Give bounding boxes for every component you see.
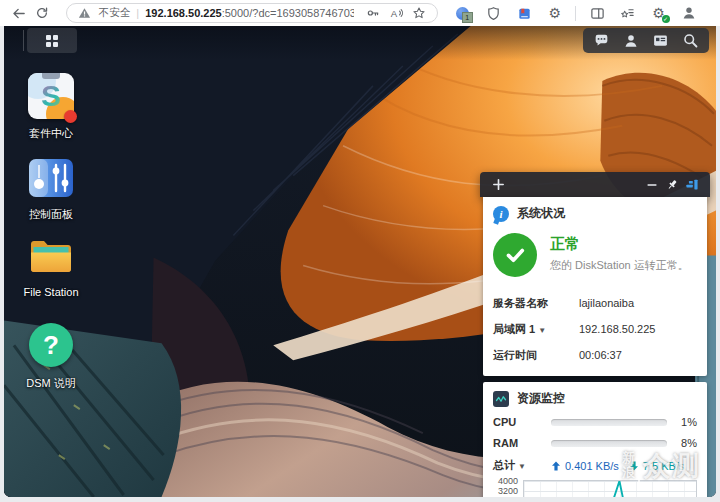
dsm-desktop: S 套件中心 [4,26,716,497]
upload-value: 0.401 KB/s [565,460,619,472]
icon-label: DSM 说明 [12,376,90,391]
ram-progress-bar [551,440,667,447]
control-panel-icon [27,154,75,202]
desktop-icon-dsm-help[interactable]: ? DSM 说明 [12,321,90,391]
resource-monitor-title: 资源监控 [517,390,565,407]
profile-avatar[interactable] [679,3,699,23]
cpu-row: CPU 1% [493,416,697,428]
icon-label: 套件中心 [12,126,90,141]
resource-monitor-icon [493,391,509,407]
add-widget-button[interactable] [488,175,508,195]
file-station-icon [27,233,75,281]
not-secure-icon [76,5,94,21]
upload-arrow-icon [551,461,561,471]
toolbar-separator [575,6,576,21]
system-health-widget: i 系统状况 正常 您的 DiskStation 运转正常。 服务器名称 [483,197,707,376]
url-text: 192.168.50.225:5000/?dc=1693058746703 [145,7,354,19]
icon-label: File Station [12,286,90,298]
chevron-down-icon: ▼ [538,326,546,335]
taskbar-divider [23,30,24,51]
browser-toolbar: 不安全 | 192.168.50.225:5000/?dc=1693058746… [0,0,720,26]
chart-y-axis: 40003200240016008000 [493,480,523,497]
dock-graphs-button[interactable] [682,175,702,195]
address-separator: | [136,7,139,19]
notification-badge [64,110,77,123]
browser-viewport-frame: S 套件中心 [0,26,720,502]
screen: 不安全 | 192.168.50.225:5000/?dc=1693058746… [0,0,720,502]
sina-zhongce-watermark: 新浪 众测 [622,448,701,484]
cpu-percent: 1% [667,416,697,428]
desktop-icon-control-panel[interactable]: 控制面板 [12,154,90,222]
widget-panel-header [480,172,710,197]
extension-shield-icon[interactable] [483,3,503,23]
widgets-icon[interactable] [650,31,672,51]
split-screen-icon[interactable] [587,3,607,23]
url-host: 192.168.50.225 [145,7,221,19]
system-health-title: 系统状况 [517,205,565,222]
search-icon[interactable] [679,31,701,51]
status-ok-icon [493,233,537,277]
security-label[interactable]: 不安全 [99,6,131,20]
minimize-widgets-button[interactable] [642,175,662,195]
status-text: 正常 [550,235,689,254]
password-key-icon[interactable] [364,5,382,21]
lan-dropdown[interactable]: 局域网 1▼ [493,322,579,337]
uptime-row: 运行时间 00:06:37 [493,342,697,368]
desktop-icon-file-station[interactable]: File Station [12,233,90,298]
extension-book-icon[interactable] [514,3,534,23]
back-button[interactable] [6,2,30,24]
chevron-down-icon: ▼ [518,462,526,471]
address-bar[interactable]: 不安全 | 192.168.50.225:5000/?dc=1693058746… [66,3,438,23]
desktop-icon-package-center[interactable]: S 套件中心 [12,72,90,141]
taskbar-tray [583,28,709,53]
status-description: 您的 DiskStation 运转正常。 [550,258,689,273]
refresh-button[interactable] [30,2,54,24]
icon-label: 控制面板 [12,207,90,222]
extension-gear-icon[interactable]: ⚙ [545,3,565,23]
pin-widgets-button[interactable] [662,175,682,195]
read-aloud-icon[interactable]: A [387,5,405,21]
dsm-help-icon: ? [29,323,73,367]
main-menu-button[interactable] [27,28,77,53]
notifications-icon[interactable] [591,31,613,51]
sync-ok-badge: ✓ [662,15,670,23]
svg-text:A: A [390,8,397,19]
favorites-bar-icon[interactable] [618,3,638,23]
extensions-row: 1 ⚙ ⚙✓ [438,3,714,23]
server-name-row: 服务器名称 lajilaonaiba [493,290,697,316]
lan-row: 局域网 1▼ 192.168.50.225 [493,316,697,342]
extension-badge: 1 [462,12,473,23]
url-path: :5000/?dc=1693058746703 [222,7,355,19]
cpu-progress-bar [551,419,667,426]
user-options-icon[interactable] [620,31,642,51]
extension-translate-icon[interactable]: 1 [453,3,473,23]
favorite-star-icon[interactable] [410,5,428,21]
system-health-icon: i [493,206,509,222]
total-dropdown[interactable]: 总计▼ [493,458,551,473]
browser-sync-icon[interactable]: ⚙✓ [649,3,669,23]
